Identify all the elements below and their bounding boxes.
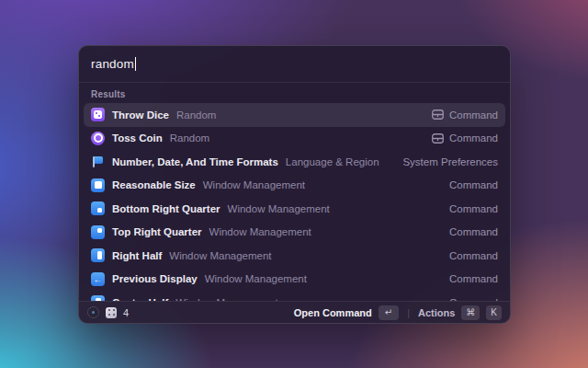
result-accessory: System Preferences xyxy=(402,156,498,167)
result-icon xyxy=(91,248,105,262)
result-row[interactable]: Reasonable Size Window Management Comman… xyxy=(84,174,505,198)
result-title: Bottom Right Quarter xyxy=(112,203,220,214)
result-accessory-label: Command xyxy=(449,109,498,121)
result-icon xyxy=(91,201,105,215)
result-accessory-label: Command xyxy=(449,179,498,190)
result-row[interactable]: Right Half Window Management Command xyxy=(84,244,505,268)
cmd-key-badge: ⌘ xyxy=(461,305,480,320)
result-row[interactable]: Number, Date, And Time Formats Language … xyxy=(84,150,505,174)
result-icon xyxy=(91,132,105,145)
result-accessory-label: Command xyxy=(449,250,498,261)
result-subtitle: Language & Region xyxy=(286,156,379,167)
result-accessory: Command xyxy=(449,273,498,284)
result-icon xyxy=(91,225,105,239)
open-command-button[interactable]: Open Command xyxy=(294,307,372,318)
result-title: Top Right Quarter xyxy=(112,226,202,237)
command-type-icon xyxy=(432,133,444,144)
results-list: Throw Dice Random Command Toss Coin Rand… xyxy=(79,103,510,301)
result-icon xyxy=(91,178,105,192)
result-subtitle: Random xyxy=(170,132,209,144)
result-row[interactable]: Toss Coin Random Command xyxy=(84,127,505,151)
result-icon xyxy=(91,108,105,121)
extension-icon xyxy=(87,306,99,318)
result-row[interactable]: Previous Display Window Management Comma… xyxy=(84,268,505,292)
result-subtitle: Random xyxy=(176,109,216,121)
search-input[interactable]: random xyxy=(91,57,134,71)
result-accessory-label: Command xyxy=(449,226,498,237)
result-row[interactable]: Throw Dice Random Command xyxy=(84,103,505,127)
result-accessory: Command xyxy=(449,226,498,237)
enter-key-badge: ↵ xyxy=(379,305,399,320)
result-title: Throw Dice xyxy=(112,109,169,121)
result-title: Right Half xyxy=(112,250,162,261)
result-subtitle: Window Management xyxy=(169,250,271,261)
result-subtitle: Window Management xyxy=(205,273,307,284)
result-accessory-label: System Preferences xyxy=(402,156,498,167)
result-subtitle: Window Management xyxy=(209,226,311,237)
result-subtitle: Window Management xyxy=(228,203,330,214)
result-accessory-label: Command xyxy=(449,132,498,144)
result-accessory: Command xyxy=(449,179,498,190)
result-row[interactable]: Bottom Right Quarter Window Management C… xyxy=(84,197,505,221)
result-title: Toss Coin xyxy=(112,132,163,144)
dice-result-count: 4 xyxy=(123,307,129,318)
k-key-badge: K xyxy=(486,305,502,320)
command-palette-window: random Results Throw Dice Random Command… xyxy=(78,45,511,324)
result-row[interactable]: Center Half Window Management Command xyxy=(84,291,505,301)
command-type-icon xyxy=(432,109,444,120)
actions-button[interactable]: Actions xyxy=(418,307,455,318)
dice-icon xyxy=(106,307,117,318)
desktop-background: { "colors": { "accent_purple": "#7f47e9"… xyxy=(0,0,588,368)
result-accessory: Command xyxy=(449,250,498,261)
result-accessory-label: Command xyxy=(449,203,498,214)
result-icon xyxy=(91,272,105,286)
results-section-header: Results xyxy=(79,83,510,103)
result-subtitle: Window Management xyxy=(203,179,305,190)
footer-bar: 4 Open Command ↵ | Actions ⌘ K xyxy=(79,301,510,323)
result-icon xyxy=(91,155,105,168)
result-icon xyxy=(91,295,105,301)
result-accessory-label: Command xyxy=(449,273,498,284)
result-accessory: Command xyxy=(432,132,498,144)
result-row[interactable]: Top Right Quarter Window Management Comm… xyxy=(84,221,505,245)
footer-separator: | xyxy=(405,307,412,318)
result-title: Previous Display xyxy=(112,273,198,284)
result-accessory: Command xyxy=(449,203,498,214)
result-accessory: Command xyxy=(432,109,498,121)
result-title: Number, Date, And Time Formats xyxy=(112,156,278,167)
result-title: Reasonable Size xyxy=(112,179,196,190)
text-caret xyxy=(135,57,136,71)
search-bar[interactable]: random xyxy=(79,46,510,82)
